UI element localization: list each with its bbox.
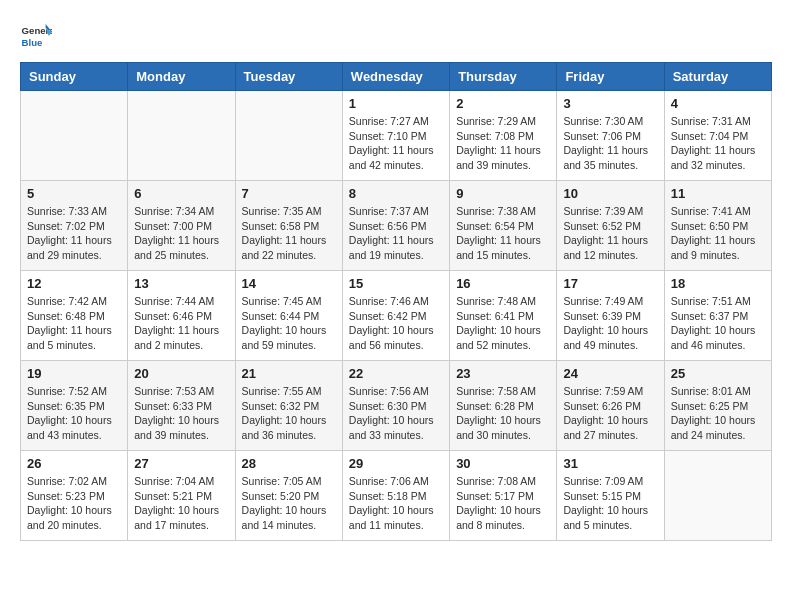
day-number: 22: [349, 366, 443, 381]
logo: General Blue: [20, 20, 58, 52]
day-info: Sunrise: 7:42 AM Sunset: 6:48 PM Dayligh…: [27, 294, 121, 353]
day-info: Sunrise: 7:08 AM Sunset: 5:17 PM Dayligh…: [456, 474, 550, 533]
page-header: General Blue: [20, 20, 772, 52]
calendar-table: SundayMondayTuesdayWednesdayThursdayFrid…: [20, 62, 772, 541]
calendar-cell: 11Sunrise: 7:41 AM Sunset: 6:50 PM Dayli…: [664, 181, 771, 271]
day-info: Sunrise: 7:56 AM Sunset: 6:30 PM Dayligh…: [349, 384, 443, 443]
calendar-cell: 1Sunrise: 7:27 AM Sunset: 7:10 PM Daylig…: [342, 91, 449, 181]
day-info: Sunrise: 7:59 AM Sunset: 6:26 PM Dayligh…: [563, 384, 657, 443]
column-header-monday: Monday: [128, 63, 235, 91]
calendar-cell: 23Sunrise: 7:58 AM Sunset: 6:28 PM Dayli…: [450, 361, 557, 451]
calendar-cell: [128, 91, 235, 181]
day-number: 30: [456, 456, 550, 471]
day-info: Sunrise: 7:45 AM Sunset: 6:44 PM Dayligh…: [242, 294, 336, 353]
day-info: Sunrise: 7:53 AM Sunset: 6:33 PM Dayligh…: [134, 384, 228, 443]
day-info: Sunrise: 7:38 AM Sunset: 6:54 PM Dayligh…: [456, 204, 550, 263]
calendar-cell: 13Sunrise: 7:44 AM Sunset: 6:46 PM Dayli…: [128, 271, 235, 361]
day-info: Sunrise: 8:01 AM Sunset: 6:25 PM Dayligh…: [671, 384, 765, 443]
calendar-cell: 19Sunrise: 7:52 AM Sunset: 6:35 PM Dayli…: [21, 361, 128, 451]
day-info: Sunrise: 7:41 AM Sunset: 6:50 PM Dayligh…: [671, 204, 765, 263]
calendar-cell: 25Sunrise: 8:01 AM Sunset: 6:25 PM Dayli…: [664, 361, 771, 451]
day-number: 20: [134, 366, 228, 381]
calendar-cell: 29Sunrise: 7:06 AM Sunset: 5:18 PM Dayli…: [342, 451, 449, 541]
day-number: 24: [563, 366, 657, 381]
calendar-cell: 14Sunrise: 7:45 AM Sunset: 6:44 PM Dayli…: [235, 271, 342, 361]
calendar-cell: 3Sunrise: 7:30 AM Sunset: 7:06 PM Daylig…: [557, 91, 664, 181]
day-number: 12: [27, 276, 121, 291]
day-number: 21: [242, 366, 336, 381]
logo-icon: General Blue: [20, 20, 52, 52]
day-number: 29: [349, 456, 443, 471]
calendar-cell: 22Sunrise: 7:56 AM Sunset: 6:30 PM Dayli…: [342, 361, 449, 451]
column-header-saturday: Saturday: [664, 63, 771, 91]
calendar-cell: 31Sunrise: 7:09 AM Sunset: 5:15 PM Dayli…: [557, 451, 664, 541]
day-info: Sunrise: 7:04 AM Sunset: 5:21 PM Dayligh…: [134, 474, 228, 533]
calendar-cell: 8Sunrise: 7:37 AM Sunset: 6:56 PM Daylig…: [342, 181, 449, 271]
day-number: 28: [242, 456, 336, 471]
day-number: 27: [134, 456, 228, 471]
day-info: Sunrise: 7:05 AM Sunset: 5:20 PM Dayligh…: [242, 474, 336, 533]
calendar-cell: 26Sunrise: 7:02 AM Sunset: 5:23 PM Dayli…: [21, 451, 128, 541]
day-info: Sunrise: 7:27 AM Sunset: 7:10 PM Dayligh…: [349, 114, 443, 173]
day-number: 4: [671, 96, 765, 111]
day-number: 6: [134, 186, 228, 201]
day-info: Sunrise: 7:51 AM Sunset: 6:37 PM Dayligh…: [671, 294, 765, 353]
day-number: 13: [134, 276, 228, 291]
calendar-cell: 28Sunrise: 7:05 AM Sunset: 5:20 PM Dayli…: [235, 451, 342, 541]
day-info: Sunrise: 7:58 AM Sunset: 6:28 PM Dayligh…: [456, 384, 550, 443]
calendar-cell: 12Sunrise: 7:42 AM Sunset: 6:48 PM Dayli…: [21, 271, 128, 361]
day-number: 11: [671, 186, 765, 201]
day-number: 8: [349, 186, 443, 201]
day-info: Sunrise: 7:44 AM Sunset: 6:46 PM Dayligh…: [134, 294, 228, 353]
day-number: 18: [671, 276, 765, 291]
day-info: Sunrise: 7:52 AM Sunset: 6:35 PM Dayligh…: [27, 384, 121, 443]
calendar-week-3: 12Sunrise: 7:42 AM Sunset: 6:48 PM Dayli…: [21, 271, 772, 361]
day-info: Sunrise: 7:29 AM Sunset: 7:08 PM Dayligh…: [456, 114, 550, 173]
calendar-cell: [235, 91, 342, 181]
calendar-cell: 15Sunrise: 7:46 AM Sunset: 6:42 PM Dayli…: [342, 271, 449, 361]
day-number: 9: [456, 186, 550, 201]
day-number: 14: [242, 276, 336, 291]
calendar-cell: 5Sunrise: 7:33 AM Sunset: 7:02 PM Daylig…: [21, 181, 128, 271]
day-number: 26: [27, 456, 121, 471]
calendar-header-row: SundayMondayTuesdayWednesdayThursdayFrid…: [21, 63, 772, 91]
column-header-friday: Friday: [557, 63, 664, 91]
column-header-wednesday: Wednesday: [342, 63, 449, 91]
day-number: 5: [27, 186, 121, 201]
day-info: Sunrise: 7:33 AM Sunset: 7:02 PM Dayligh…: [27, 204, 121, 263]
column-header-sunday: Sunday: [21, 63, 128, 91]
day-info: Sunrise: 7:09 AM Sunset: 5:15 PM Dayligh…: [563, 474, 657, 533]
day-info: Sunrise: 7:55 AM Sunset: 6:32 PM Dayligh…: [242, 384, 336, 443]
calendar-week-5: 26Sunrise: 7:02 AM Sunset: 5:23 PM Dayli…: [21, 451, 772, 541]
column-header-tuesday: Tuesday: [235, 63, 342, 91]
day-info: Sunrise: 7:02 AM Sunset: 5:23 PM Dayligh…: [27, 474, 121, 533]
day-info: Sunrise: 7:48 AM Sunset: 6:41 PM Dayligh…: [456, 294, 550, 353]
svg-text:Blue: Blue: [22, 37, 43, 48]
day-info: Sunrise: 7:49 AM Sunset: 6:39 PM Dayligh…: [563, 294, 657, 353]
calendar-cell: 10Sunrise: 7:39 AM Sunset: 6:52 PM Dayli…: [557, 181, 664, 271]
day-number: 15: [349, 276, 443, 291]
day-number: 17: [563, 276, 657, 291]
day-number: 10: [563, 186, 657, 201]
day-number: 7: [242, 186, 336, 201]
calendar-cell: 17Sunrise: 7:49 AM Sunset: 6:39 PM Dayli…: [557, 271, 664, 361]
calendar-cell: [21, 91, 128, 181]
day-number: 25: [671, 366, 765, 381]
calendar-cell: 16Sunrise: 7:48 AM Sunset: 6:41 PM Dayli…: [450, 271, 557, 361]
calendar-week-2: 5Sunrise: 7:33 AM Sunset: 7:02 PM Daylig…: [21, 181, 772, 271]
day-number: 31: [563, 456, 657, 471]
day-info: Sunrise: 7:35 AM Sunset: 6:58 PM Dayligh…: [242, 204, 336, 263]
calendar-cell: 4Sunrise: 7:31 AM Sunset: 7:04 PM Daylig…: [664, 91, 771, 181]
calendar-cell: [664, 451, 771, 541]
calendar-cell: 18Sunrise: 7:51 AM Sunset: 6:37 PM Dayli…: [664, 271, 771, 361]
day-number: 1: [349, 96, 443, 111]
calendar-cell: 7Sunrise: 7:35 AM Sunset: 6:58 PM Daylig…: [235, 181, 342, 271]
calendar-cell: 30Sunrise: 7:08 AM Sunset: 5:17 PM Dayli…: [450, 451, 557, 541]
calendar-cell: 6Sunrise: 7:34 AM Sunset: 7:00 PM Daylig…: [128, 181, 235, 271]
calendar-cell: 21Sunrise: 7:55 AM Sunset: 6:32 PM Dayli…: [235, 361, 342, 451]
day-info: Sunrise: 7:39 AM Sunset: 6:52 PM Dayligh…: [563, 204, 657, 263]
calendar-cell: 2Sunrise: 7:29 AM Sunset: 7:08 PM Daylig…: [450, 91, 557, 181]
day-number: 3: [563, 96, 657, 111]
day-number: 19: [27, 366, 121, 381]
day-info: Sunrise: 7:46 AM Sunset: 6:42 PM Dayligh…: [349, 294, 443, 353]
